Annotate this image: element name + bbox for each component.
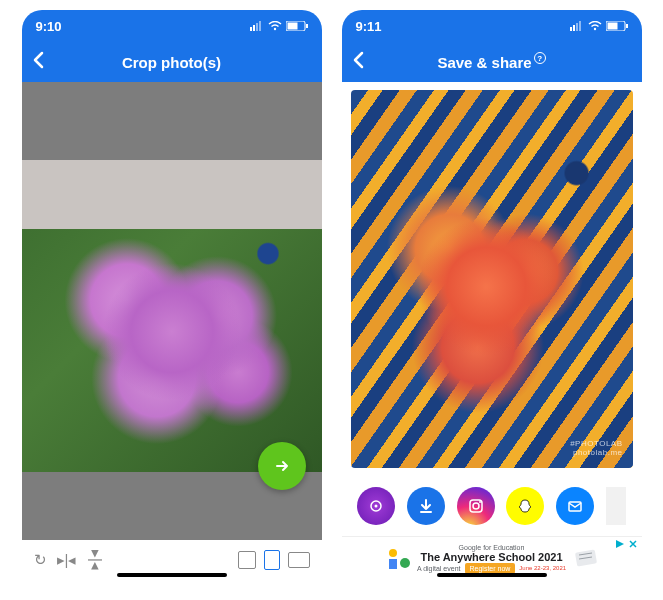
- back-button[interactable]: [32, 51, 44, 73]
- svg-point-22: [389, 549, 397, 557]
- ad-dates: June 22-23, 2021: [519, 565, 566, 571]
- ad-controls: [614, 539, 638, 549]
- ad-provider: Google for Education: [417, 544, 566, 551]
- svg-rect-10: [576, 23, 578, 31]
- instagram-button[interactable]: [457, 487, 495, 525]
- ad-subtitle: A digital event: [417, 565, 461, 572]
- snapchat-icon: [516, 497, 534, 515]
- flip-vertical-icon[interactable]: ▸|◂: [87, 550, 105, 570]
- flip-horizontal-icon[interactable]: ▸|◂: [57, 551, 77, 569]
- photo-preview[interactable]: [22, 160, 322, 471]
- status-time: 9:10: [36, 19, 62, 34]
- confirm-button[interactable]: [258, 442, 306, 490]
- download-icon: [417, 497, 435, 515]
- flower-photo-stylized: #PHOTOLAB photolab.me: [351, 90, 633, 468]
- nav-title: Crop photo(s): [22, 54, 322, 71]
- download-button[interactable]: [407, 487, 445, 525]
- battery-icon: [606, 21, 628, 31]
- svg-rect-14: [607, 23, 617, 30]
- nav-bar: Crop photo(s): [22, 42, 322, 82]
- svg-rect-2: [256, 23, 258, 31]
- battery-icon: [286, 21, 308, 31]
- adchoices-icon[interactable]: [614, 539, 626, 549]
- flower-photo-original: [22, 160, 322, 471]
- more-share-button[interactable]: [606, 487, 626, 525]
- status-bar: 9:10: [22, 10, 322, 42]
- mail-button[interactable]: [556, 487, 594, 525]
- ad-title: The Anywhere School 2021: [417, 551, 566, 563]
- ad-cta-button[interactable]: Register now: [465, 563, 516, 574]
- svg-rect-0: [250, 27, 252, 31]
- instagram-icon: [467, 497, 485, 515]
- status-indicators: [250, 21, 308, 31]
- share-row: [342, 476, 642, 536]
- wifi-icon: [268, 21, 282, 31]
- svg-rect-7: [306, 24, 308, 28]
- svg-point-20: [479, 501, 481, 503]
- mail-icon: [566, 497, 584, 515]
- share-effects-button[interactable]: [357, 487, 395, 525]
- aspect-portrait-icon[interactable]: [264, 550, 280, 570]
- back-button[interactable]: [352, 51, 364, 73]
- nav-title: Save & share ?: [342, 54, 642, 71]
- phone-screenshot-crop: 9:10 Crop photo(s) ↻ ▸|◂ ▸|◂: [22, 10, 322, 580]
- svg-point-19: [473, 503, 479, 509]
- status-bar: 9:11: [342, 10, 642, 42]
- aspect-square-icon[interactable]: [238, 551, 256, 569]
- arrow-right-icon: [272, 456, 292, 476]
- signal-icon: [570, 21, 584, 31]
- phone-screenshot-share: 9:11 Save & share ? #PHOTOLAB photolab.m…: [342, 10, 642, 580]
- ad-illustration-left: [383, 545, 411, 573]
- chevron-left-icon: [32, 51, 44, 69]
- photolab-watermark: #PHOTOLAB photolab.me: [570, 439, 622, 458]
- svg-point-4: [273, 28, 275, 30]
- nav-title-label: Save & share: [437, 54, 531, 71]
- svg-rect-3: [259, 21, 261, 31]
- chevron-left-icon: [352, 51, 364, 69]
- svg-rect-6: [287, 23, 297, 30]
- photo-result[interactable]: #PHOTOLAB photolab.me: [351, 90, 633, 468]
- watermark-site: photolab.me: [570, 448, 622, 458]
- watermark-brand: #PHOTOLAB: [570, 439, 622, 449]
- status-time: 9:11: [356, 19, 382, 34]
- svg-rect-15: [626, 24, 628, 28]
- svg-rect-1: [253, 25, 255, 31]
- signal-icon: [250, 21, 264, 31]
- photo-result-area: #PHOTOLAB photolab.me: [342, 82, 642, 476]
- ad-close-icon[interactable]: [628, 539, 638, 549]
- photo-crop-area[interactable]: [22, 82, 322, 540]
- svg-point-12: [593, 28, 595, 30]
- home-indicator[interactable]: [437, 573, 547, 577]
- svg-rect-9: [573, 25, 575, 31]
- svg-point-24: [400, 558, 410, 568]
- ad-illustration-right: [572, 545, 600, 573]
- sparkle-icon: [367, 497, 385, 515]
- home-indicator[interactable]: [117, 573, 227, 577]
- snapchat-button[interactable]: [506, 487, 544, 525]
- wifi-icon: [588, 21, 602, 31]
- svg-point-17: [375, 505, 378, 508]
- rotate-icon[interactable]: ↻: [34, 551, 47, 569]
- help-icon[interactable]: ?: [534, 52, 546, 64]
- nav-bar: Save & share ?: [342, 42, 642, 82]
- svg-rect-11: [579, 21, 581, 31]
- status-indicators: [570, 21, 628, 31]
- svg-rect-8: [570, 27, 572, 31]
- svg-rect-23: [389, 559, 397, 569]
- aspect-landscape-icon[interactable]: [288, 552, 310, 568]
